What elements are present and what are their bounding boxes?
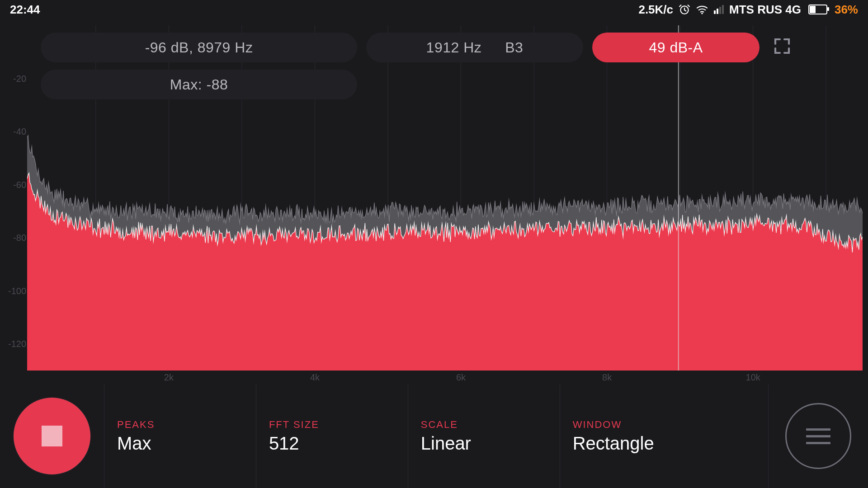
param-scale-value: Linear [421, 433, 547, 454]
carrier-label: MTS RUS 4G [729, 3, 801, 17]
fullscreen-icon [773, 37, 791, 55]
readout-max-text: Max: -88 [170, 76, 228, 93]
battery-icon [807, 5, 829, 14]
fullscreen-button[interactable] [769, 33, 796, 60]
record-stop-button[interactable] [14, 398, 90, 474]
readout-cursor[interactable]: -96 dB, 8979 Hz [41, 33, 357, 62]
param-window[interactable]: WINDOW Rectangle [560, 384, 768, 488]
alarm-icon [679, 4, 690, 15]
wifi-icon [696, 5, 708, 14]
readout-max[interactable]: Max: -88 [41, 70, 357, 99]
marker-note-text: B3 [505, 39, 523, 56]
status-right: 2.5K/c MTS RUS 4G 36% [638, 3, 858, 17]
status-bar: 22:44 2.5K/c MTS RUS 4G 36% [0, 0, 868, 19]
spl-text: 49 dB-A [649, 39, 703, 56]
bottom-bar: PEAKS Max FFT SIZE 512 SCALE Linear WIND… [0, 384, 868, 488]
param-window-value: Rectangle [573, 433, 755, 454]
battery-pct: 36% [835, 3, 858, 17]
readout-marker[interactable]: 1912 Hz B3 [366, 33, 583, 62]
readout-spl[interactable]: 49 dB-A [592, 33, 760, 62]
x-axis-labels: 2k4k6k8k10k [27, 372, 863, 383]
readout-cursor-text: -96 dB, 8979 Hz [145, 39, 253, 56]
param-fft-label: FFT SIZE [269, 419, 395, 431]
param-fft-value: 512 [269, 433, 395, 454]
param-window-label: WINDOW [573, 419, 755, 431]
menu-icon [806, 428, 830, 431]
menu-button[interactable] [785, 403, 851, 469]
signal-icon [714, 5, 724, 14]
readout-row: -96 dB, 8979 Hz Max: -88 1912 Hz B3 49 d… [41, 33, 826, 99]
clock: 22:44 [10, 3, 40, 17]
stop-icon [42, 426, 62, 446]
param-peaks-label: PEAKS [117, 419, 243, 431]
net-speed: 2.5K/c [638, 3, 673, 17]
param-peaks-value: Max [117, 433, 243, 454]
y-axis-labels: -20-40-60-80-100-120 [4, 25, 26, 371]
param-peaks[interactable]: PEAKS Max [104, 384, 256, 488]
marker-freq-text: 1912 Hz [426, 39, 482, 56]
svg-point-1 [701, 13, 703, 14]
param-scale[interactable]: SCALE Linear [408, 384, 560, 488]
param-fft[interactable]: FFT SIZE 512 [256, 384, 408, 488]
param-scale-label: SCALE [421, 419, 547, 431]
record-wrap [0, 384, 104, 488]
params-row: PEAKS Max FFT SIZE 512 SCALE Linear WIND… [104, 384, 768, 488]
menu-wrap [768, 384, 868, 488]
